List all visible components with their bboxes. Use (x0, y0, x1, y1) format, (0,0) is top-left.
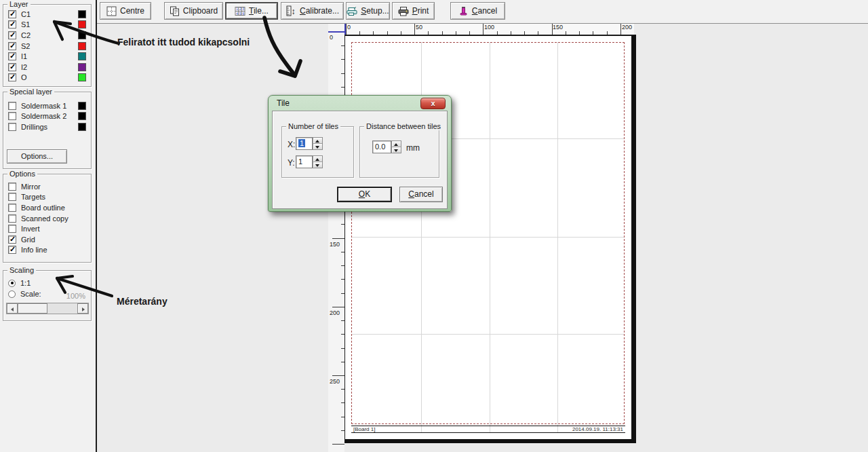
layer-s2-checkbox[interactable] (8, 42, 16, 50)
drillings-checkbox[interactable] (8, 123, 16, 131)
svg-text:3: 3 (243, 7, 245, 11)
board-outline-label: Board outline (21, 204, 86, 212)
layer-i2-label: I2 (21, 63, 73, 71)
layer-s1-label: S1 (21, 20, 73, 29)
scaling-group: Scaling 1:1 Scale: 100% (3, 270, 92, 321)
v-ruler-label-250: 250 (330, 378, 340, 385)
ok-button[interactable]: OK (337, 187, 392, 202)
soldermask1-label: Soldermask 1 (21, 102, 73, 110)
layer-c2-label: C2 (21, 31, 73, 39)
print-button[interactable]: Print (392, 2, 435, 20)
grid-checkbox[interactable] (8, 236, 16, 244)
layer-c2-color-swatch[interactable] (78, 31, 86, 39)
printer-icon (398, 6, 409, 16)
stepper-down-icon[interactable] (392, 147, 401, 153)
scrollbar-left-arrow-icon[interactable] (7, 303, 18, 314)
annotation-note-layers: Feliratot itt tudod kikapcsolni (117, 37, 250, 48)
print-preview-window: { "left_panel": { "layer_group": { "titl… (0, 0, 868, 452)
close-icon[interactable]: x (420, 98, 446, 109)
info-line-checkbox[interactable] (8, 246, 16, 254)
layer-o-color-swatch[interactable] (78, 73, 86, 81)
number-of-tiles-title: Number of tiles (286, 122, 340, 130)
layer-s1-checkbox[interactable] (8, 20, 16, 29)
calibrate-ruler-icon: ↕ (285, 5, 296, 16)
layer-row-i1: I1 (3, 51, 91, 62)
layer-i2-checkbox[interactable] (8, 63, 16, 71)
stepper-up-icon[interactable] (313, 156, 322, 162)
layer-o-checkbox[interactable] (8, 73, 16, 81)
tile-button-label: Tile... (249, 6, 269, 16)
soldermask1-color-swatch[interactable] (78, 102, 86, 110)
tile-distance-stepper[interactable] (391, 140, 401, 153)
drillings-row: Drillings (3, 121, 91, 132)
mirror-checkbox[interactable] (8, 183, 16, 191)
options-button[interactable]: Options... (7, 149, 67, 164)
layer-row-s1: S1 (3, 20, 91, 31)
board-outline-row: Board outline (3, 202, 91, 213)
targets-label: Targets (21, 193, 86, 201)
invert-label: Invert (21, 225, 86, 233)
layer-c2-checkbox[interactable] (8, 31, 16, 39)
layer-i2-color-swatch[interactable] (78, 63, 86, 71)
invert-checkbox[interactable] (8, 225, 16, 233)
tile-button[interactable]: 123456 Tile... (225, 2, 278, 20)
info-line-row: Info line (3, 245, 91, 256)
stepper-down-icon[interactable] (313, 162, 322, 168)
tiles-x-stepper[interactable] (313, 137, 323, 150)
layer-s2-color-swatch[interactable] (78, 42, 86, 50)
layer-c1-checkbox[interactable] (8, 10, 16, 18)
layer-i1-checkbox[interactable] (8, 52, 16, 60)
soldermask2-checkbox[interactable] (8, 112, 16, 120)
annotation-note-scaling: Méretarány (117, 296, 167, 307)
scale-1to1-radio[interactable] (8, 280, 16, 287)
scrollbar-thumb[interactable] (18, 303, 47, 314)
layer-c1-label: C1 (21, 10, 73, 18)
layer-i1-label: I1 (21, 52, 73, 60)
centre-button[interactable]: Centre (100, 2, 151, 20)
toolbar: Centre Clipboard 123456 Tile... ↕ Calibr… (97, 0, 868, 24)
cancel-button[interactable]: Cancel (450, 2, 505, 20)
drillings-color-swatch[interactable] (78, 123, 86, 131)
calibrate-button[interactable]: ↕ Calibrate... (281, 2, 344, 20)
tiles-x-input[interactable]: 1 (296, 137, 313, 150)
mirror-label: Mirror (21, 183, 86, 191)
stepper-up-icon[interactable] (392, 141, 401, 147)
targets-row: Targets (3, 192, 91, 203)
scale-scrollbar[interactable] (6, 303, 89, 314)
layer-group-title: Layer (7, 0, 31, 8)
layer-i1-color-swatch[interactable] (78, 52, 86, 60)
scanned-copy-checkbox[interactable] (8, 214, 16, 223)
soldermask1-checkbox[interactable] (8, 102, 16, 110)
stepper-down-icon[interactable] (313, 143, 322, 149)
stepper-up-icon[interactable] (313, 138, 322, 143)
board-outline-checkbox[interactable] (8, 204, 16, 212)
layer-c1-color-swatch[interactable] (78, 10, 86, 18)
origin-marker-horizontal (328, 31, 344, 33)
h-ruler-label-200: 200 (622, 24, 632, 31)
scrollbar-right-arrow-icon[interactable] (77, 303, 88, 314)
dialog-cancel-button[interactable]: Cancel (399, 187, 443, 202)
tiles-y-input[interactable]: 1 (296, 155, 313, 168)
scale-percentage-value: 100% (66, 292, 85, 300)
annotation-arrow-tile-dialog (264, 18, 295, 75)
options-group-title: Options (7, 170, 37, 178)
clipboard-button[interactable]: Clipboard (164, 2, 223, 20)
setup-button[interactable]: Setup... (346, 2, 390, 20)
tile-distance-input[interactable]: 0.0 (372, 140, 391, 153)
layer-group: Layer C1 S1 C2 S2 I1 I2 O (3, 4, 92, 87)
soldermask2-color-swatch[interactable] (78, 112, 86, 120)
tiles-y-stepper[interactable] (313, 155, 323, 168)
scale-1to1-row: 1:1 (3, 278, 91, 288)
info-line-label: Info line (21, 246, 86, 254)
print-button-label: Print (412, 6, 429, 16)
layer-s1-color-swatch[interactable] (78, 20, 86, 29)
cancel-exit-icon (458, 5, 469, 16)
setup-button-label: Setup... (361, 6, 389, 16)
targets-checkbox[interactable] (8, 193, 16, 201)
soldermask2-row: Soldermask 2 (3, 111, 91, 122)
layer-s2-label: S2 (21, 42, 73, 50)
scale-custom-radio[interactable] (8, 290, 16, 298)
left-panel: Layer C1 S1 C2 S2 I1 I2 O Special layer … (0, 0, 97, 452)
tile-dialog: Tile x Number of tiles X: 1 Y: 1 Distanc… (268, 95, 452, 212)
layer-row-i2: I2 (3, 62, 91, 73)
